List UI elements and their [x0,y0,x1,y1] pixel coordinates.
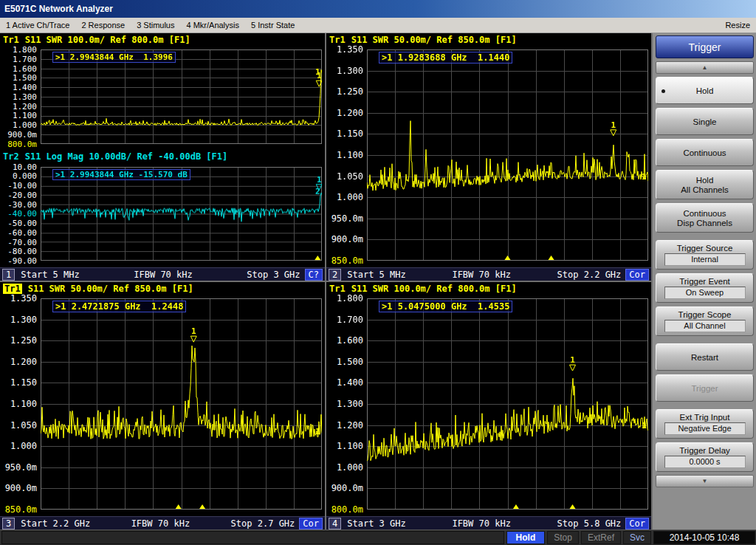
status-bar: Hold Stop ExtRef Svc 2014-10-05 10:48 [0,529,756,545]
y-axis-label: -80.00 [7,247,37,256]
plot-area: 1.3501.3001.2501.2001.1501.1001.0501.000… [326,46,651,267]
menu-active-ch-trace[interactable]: 1 Active Ch/Trace [6,21,69,30]
softkey-menu: Trigger ▲ HoldSingleContinuousHoldAll Ch… [653,33,756,529]
y-axis-label: 900.0m [5,484,37,493]
y-axis-label: 1.000 [13,121,37,129]
softkey-label: All Channels [681,185,729,194]
channel-status-bar: 4 Start 3 GHz IFBW 70 kHz Stop 5.8 GHz C… [326,516,651,529]
ifbw-label: IFBW 70 kHz [406,518,557,529]
trace-header[interactable]: Tr1 S11 SWR 50.00m/ Ref 850.0m [F1] [326,33,651,46]
stop-indicator: Stop [547,531,579,544]
y-axis-label: 1.350 [10,294,37,303]
trace-header[interactable]: Tr2 S11 Log Mag 10.00dB/ Ref -40.00dB [F… [0,151,325,163]
channel-3: Tr1 S11 SWR 50.00m/ Ref 850.0m [F1] 1.35… [0,282,325,529]
y-axis-label: 1.000 [337,463,363,472]
softkey-label: Ext Trig Input [680,413,730,422]
softkey-trigger-scope[interactable]: Trigger ScopeAll Channel [656,306,754,336]
softkey-single[interactable]: Single [656,108,754,135]
softkey-label: Trigger Source [677,244,733,253]
y-axis-label: -40.00 [7,210,37,218]
y-axis-label: 1.800 [337,294,363,303]
y-axis-label: 1.100 [337,151,363,160]
softkey-hold-all-channels[interactable]: HoldAll Channels [656,170,754,199]
y-axis-label: 10.00 [13,162,37,171]
y-axis-label: 850.0m [5,505,37,514]
stop-frequency: Stop 2.2 GHz [557,270,622,280]
softkey-continuous[interactable]: Continuous [656,139,754,166]
svc-indicator: Svc [623,531,651,544]
softkey-label: Continuous [683,148,726,157]
y-axis-label: 1.250 [10,336,37,345]
marker-readout: >1 2.9943844 GHz 1.3996 [52,52,176,63]
trace-label: Tr2 [3,151,19,162]
y-axis-label: 1.150 [337,129,363,138]
channel-status-bar: 2 Start 5 MHz IFBW 70 kHz Stop 2.2 GHz C… [326,267,651,281]
y-axis-label: 0.000 [13,172,37,180]
softkey-label: Single [693,117,717,126]
y-axis-label: 1.250 [337,87,363,96]
menu-bar: 1 Active Ch/Trace 2 Response 3 Stimulus … [0,18,756,33]
graticule: >1 2.4721875 GHz 1.2448 [41,298,322,510]
trace-settings: S11 SWR 50.00m/ Ref 850.0m [F1] [28,284,193,294]
scroll-down-icon: ▼ [702,478,708,484]
application-window: E5071C Network Analyzer 1 Active Ch/Trac… [0,0,756,545]
y-axis-label: 900.0m [331,235,363,244]
channel-number: 4 [329,518,341,529]
trace-canvas[interactable] [367,298,648,510]
y-axis-label: 900.0m [7,130,37,138]
y-axis-label: -30.00 [7,200,37,208]
y-axis-label: 1.300 [13,92,37,100]
channel-1: Tr1 S11 SWR 100.0m/ Ref 800.0m [F1] 1.80… [0,33,325,281]
softkey-restart[interactable]: Restart [656,343,754,371]
trace-header[interactable]: Tr1 S11 SWR 100.0m/ Ref 800.0m [F1] [0,33,325,46]
softkey-trigger-source[interactable]: Trigger SourceInternal [656,240,754,270]
status-message-area [1,531,504,544]
plot-ch3-tr1: Tr1 S11 SWR 50.00m/ Ref 850.0m [F1] 1.35… [0,282,325,516]
softkey-trigger: Trigger [656,374,754,402]
trace-settings: S11 SWR 50.00m/ Ref 850.0m [F1] [351,35,517,45]
plot-ch4-tr1: Tr1 S11 SWR 100.0m/ Ref 800.0m [F1] 1.80… [326,282,651,516]
y-axis-label: 800.0m [7,140,37,148]
channel-status-bar: 3 Start 2.2 GHz IFBW 70 kHz Stop 2.7 GHz… [0,516,325,529]
trace-label: Tr1 [329,35,346,45]
menu-instr-state[interactable]: 5 Instr State [251,21,295,30]
trace-canvas[interactable] [41,167,322,261]
y-axis: 1.3501.3001.2501.2001.1501.1001.0501.000… [326,49,367,261]
y-axis-label: -10.00 [7,182,37,190]
softkey-ext-trig-input[interactable]: Ext Trig InputNegative Edge [656,409,754,439]
scroll-up-icon: ▲ [702,64,708,71]
softkey-continuous-disp-channels[interactable]: ContinuousDisp Channels [656,203,754,233]
scroll-up-button[interactable]: ▲ [656,61,754,74]
menu-stimulus[interactable]: 3 Stimulus [137,21,174,30]
scroll-down-button[interactable]: ▼ [656,475,754,487]
menu-mkr-analysis[interactable]: 4 Mkr/Analysis [186,21,239,30]
softkey-hold[interactable]: Hold [656,77,754,104]
stop-frequency: Stop 5.8 GHz [557,518,622,529]
softkey-value: All Channel [664,320,746,332]
softkey-label: Trigger Event [679,277,730,286]
trace-canvas[interactable] [41,49,322,144]
menu-response[interactable]: 2 Response [81,21,125,30]
softkey-value: 0.0000 s [664,456,746,468]
softkey-label: Trigger [692,384,718,393]
y-axis-label: 1.150 [10,378,37,387]
softkey-list: HoldSingleContinuousHoldAll ChannelsCont… [656,77,754,472]
cal-status-badge: Cor [625,269,649,281]
y-axis: 1.8001.7001.6001.5001.4001.3001.2001.100… [326,298,367,510]
stop-frequency: Stop 3 GHz [247,270,300,280]
trace-header[interactable]: Tr1 S11 SWR 100.0m/ Ref 800.0m [F1] [326,282,651,295]
trace-canvas[interactable] [41,298,322,510]
trace-canvas[interactable] [367,49,648,261]
ifbw-label: IFBW 70 kHz [406,270,557,280]
window-titlebar[interactable]: E5071C Network Analyzer [0,0,756,18]
y-axis-label: 1.100 [337,442,363,450]
y-axis-label: 1.200 [337,421,363,430]
resize-control[interactable]: Resize [725,21,750,30]
ifbw-label: IFBW 70 kHz [90,518,230,529]
selection-dot-icon [662,89,665,93]
cal-status-badge: C? [305,269,323,281]
softkey-trigger-delay[interactable]: Trigger Delay0.0000 s [656,442,754,472]
softkey-trigger-event[interactable]: Trigger EventOn Sweep [656,273,754,303]
graticule: >1 1.9283688 GHz 1.1440 [367,49,648,261]
trace-header[interactable]: Tr1 S11 SWR 50.00m/ Ref 850.0m [F1] [0,282,325,295]
